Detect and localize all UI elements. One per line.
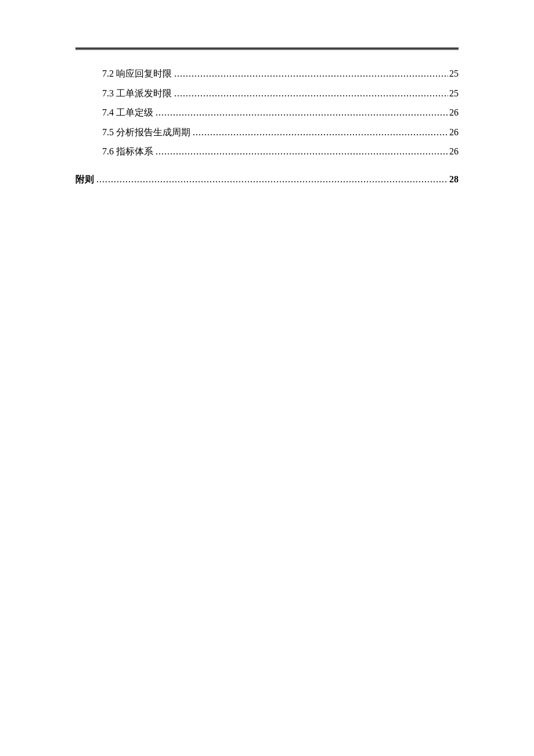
header-rule (75, 48, 459, 50)
toc-main-entry: 附则 28 (75, 170, 459, 189)
toc-entry-page: 26 (449, 103, 459, 123)
toc-entry: 7.4 工单定级 26 (102, 103, 459, 123)
toc-entry: 7.5 分析报告生成周期 26 (102, 123, 459, 142)
toc-entry-page: 25 (449, 84, 459, 103)
toc-entry-label: 7.2 响应回复时限 (102, 64, 172, 84)
toc-entry-label: 7.3 工单派发时限 (102, 84, 172, 103)
toc-entry-label: 7.6 指标体系 (102, 142, 153, 161)
toc-entry-page: 26 (449, 123, 459, 142)
toc-entry-label: 7.5 分析报告生成周期 (102, 123, 190, 142)
toc-entry: 7.3 工单派发时限 25 (102, 84, 459, 103)
toc-dots (174, 64, 448, 84)
document-page: 7.2 响应回复时限 25 7.3 工单派发时限 25 7.4 工单定级 26 … (0, 0, 534, 189)
toc-dots (174, 84, 448, 103)
toc-entry: 7.6 指标体系 26 (102, 142, 459, 161)
toc-entry-page: 26 (449, 142, 459, 161)
toc-dots (96, 170, 448, 189)
toc-dots (156, 142, 448, 161)
toc-main-label: 附则 (75, 170, 94, 189)
toc-dots (156, 103, 448, 123)
toc-entry-label: 7.4 工单定级 (102, 103, 153, 123)
toc-entry-page: 25 (449, 64, 459, 84)
toc-entry: 7.2 响应回复时限 25 (102, 64, 459, 84)
toc-main-page: 28 (449, 170, 459, 189)
toc-dots (193, 123, 448, 142)
